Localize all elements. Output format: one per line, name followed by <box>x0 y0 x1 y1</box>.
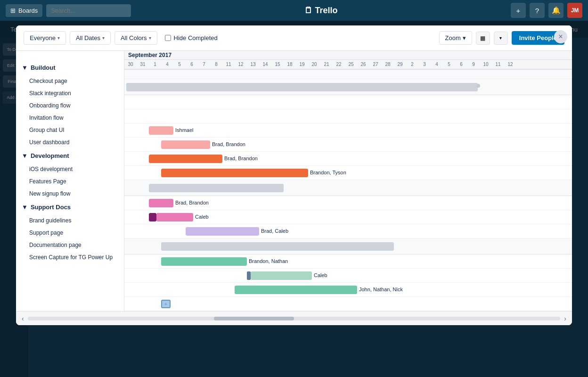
gantt-bar-label-dashboard: Brandon, Tyson <box>310 170 346 175</box>
gantt-row-groupchat: Brad, Brandon <box>124 152 572 166</box>
all-dates-filter[interactable]: All Dates ▾ <box>70 31 111 45</box>
gantt-body: Ishmael Brad, Brandon <box>124 70 572 311</box>
task-ios-development[interactable]: iOS development <box>16 163 124 175</box>
gantt-bar-buildout-group <box>126 83 478 91</box>
gantt-bar-screencap[interactable]: + <box>161 300 171 308</box>
gantt-bar-label-groupchat: Brad, Brandon <box>224 156 258 161</box>
gantt-bar-signup <box>186 227 259 236</box>
chevron-down-icon: ▾ <box>499 35 502 41</box>
grid-view-icon: ▦ <box>480 35 485 41</box>
notifications-button[interactable]: 🔔 <box>548 3 564 18</box>
gantt-row-dev-header <box>124 180 572 196</box>
gantt-header: September 2017 30 31 1 4 <box>124 51 572 70</box>
gantt-row-support: Caleb <box>124 269 572 283</box>
collapse-arrow-icon: ▼ <box>22 64 28 71</box>
boards-button[interactable]: ⊞ Boards <box>6 4 42 17</box>
gantt-bar-onboarding <box>149 126 173 135</box>
gantt-scrollbar: ‹ › <box>16 311 572 325</box>
boards-label: Boards <box>18 7 38 14</box>
gantt-bar-groupchat <box>149 155 222 163</box>
gantt-row-dashboard: Brandon, Tyson <box>124 166 572 180</box>
task-features-page[interactable]: Features Page <box>16 175 124 188</box>
all-colors-filter[interactable]: All Colors ▾ <box>114 31 157 45</box>
task-new-signup-flow[interactable]: New signup flow <box>16 188 124 200</box>
chevron-down-icon: ▾ <box>149 35 151 41</box>
gantt-area: September 2017 30 31 1 4 <box>124 51 572 311</box>
gantt-spacer-row <box>124 70 572 79</box>
gantt-bar-dashboard <box>161 169 308 177</box>
scroll-thumb <box>214 317 294 320</box>
close-button[interactable]: × <box>554 30 567 43</box>
gantt-scroll[interactable]: September 2017 30 31 1 4 <box>124 51 572 311</box>
gantt-row-slack <box>124 109 572 123</box>
gantt-bar-label-brand: Brandon, Nathan <box>249 258 288 264</box>
task-brand-guidelines[interactable]: Brand guidelines <box>16 214 124 227</box>
gantt-bar-brand <box>161 257 247 266</box>
gantt-bar-docs <box>235 286 357 294</box>
hide-completed-filter[interactable]: Hide Completed <box>161 32 221 44</box>
help-button[interactable]: ? <box>530 3 545 18</box>
gantt-row-checkout <box>124 95 572 109</box>
gantt-bar-label-support: Caleb <box>314 272 327 278</box>
gantt-bar-support-dark <box>247 271 251 280</box>
gantt-row-screencap: + <box>124 297 572 311</box>
gantt-bar-features <box>156 213 193 221</box>
gantt-bar-buildout-end <box>476 84 480 88</box>
group-support-docs[interactable]: ▼ Support Docs <box>16 200 124 214</box>
task-onboarding-flow[interactable]: Onboarding flow <box>16 99 124 112</box>
gantt-bar-support <box>251 271 312 280</box>
gantt-bar-ios <box>149 199 173 207</box>
collapse-arrow-icon: ▼ <box>22 152 28 159</box>
gantt-row-brand: Brandon, Nathan <box>124 254 572 269</box>
collapse-arrow-icon: ▼ <box>22 204 28 211</box>
gantt-row-docs: John, Nathan, Nick <box>124 283 572 297</box>
task-invitation-flow[interactable]: Invitation flow <box>16 112 124 124</box>
gantt-row-invitation: Brad, Brandon <box>124 138 572 152</box>
avatar[interactable]: JM <box>567 3 582 18</box>
gantt-bar-support-group <box>161 242 394 251</box>
gantt-row-onboarding: Ishmael <box>124 123 572 138</box>
scroll-right-arrow[interactable]: › <box>564 315 566 322</box>
month-label-sep: September 2017 <box>124 52 175 58</box>
chevron-down-icon: ▾ <box>102 35 105 41</box>
gantt-bar-label-signup: Brad, Caleb <box>261 228 288 234</box>
gantt-row-buildout-header <box>124 79 572 95</box>
gantt-bar-invitation <box>161 140 210 149</box>
gantt-bar-features-dark <box>149 213 156 221</box>
task-checkout-page[interactable]: Checkout page <box>16 75 124 87</box>
gantt-bar-label-onboarding: Ishmael <box>175 127 194 133</box>
zoom-control[interactable]: Zoom ▾ <box>439 31 472 45</box>
gantt-row-ios: Brad, Brandon <box>124 196 572 210</box>
hide-completed-checkbox[interactable] <box>165 35 171 41</box>
plus-icon: + <box>164 302 167 307</box>
task-group-chat-ui[interactable]: Group chat UI <box>16 124 124 136</box>
gantt-modal: × Everyone ▾ All Dates ▾ All Colors ▾ <box>16 25 572 325</box>
toolbar: Everyone ▾ All Dates ▾ All Colors ▾ Hide… <box>16 25 572 51</box>
app-logo: 🗒 Trello <box>135 6 507 16</box>
task-screen-capture[interactable]: Screen Capture for TG Power Up <box>16 251 124 263</box>
view-toggle[interactable]: ▦ <box>476 32 490 45</box>
add-button[interactable]: + <box>511 3 526 18</box>
gantt-bar-label-invitation: Brad, Brandon <box>212 141 245 147</box>
task-support-page[interactable]: Support page <box>16 227 124 239</box>
group-development[interactable]: ▼ Development <box>16 148 124 163</box>
scroll-left-arrow[interactable]: ‹ <box>22 315 24 322</box>
group-buildout[interactable]: ▼ Buildout <box>16 60 124 75</box>
day-headers: 30 31 1 4 5 6 7 8 11 <box>124 60 572 69</box>
gantt-bar-label-ios: Brad, Brandon <box>175 200 209 205</box>
everyone-filter[interactable]: Everyone ▾ <box>24 31 66 45</box>
chevron-down-icon: ▾ <box>57 35 60 41</box>
scroll-track[interactable] <box>28 317 561 320</box>
grid-icon: ⊞ <box>10 7 16 14</box>
task-user-dashboard[interactable]: User dashboard <box>16 136 124 148</box>
gantt-bar-label-docs: John, Nathan, Nick <box>359 287 403 292</box>
gantt-row-support-header <box>124 238 572 254</box>
search-input[interactable] <box>46 4 131 17</box>
nav-right: + ? 🔔 JM <box>511 3 582 18</box>
gantt-row-features: Caleb <box>124 210 572 224</box>
task-documentation-page[interactable]: Documentation page <box>16 239 124 251</box>
view-options[interactable]: ▾ <box>494 32 508 45</box>
task-slack-integration[interactable]: Slack integration <box>16 87 124 99</box>
top-nav: ⊞ Boards 🗒 Trello + ? 🔔 JM <box>0 0 588 21</box>
task-list: ▼ Buildout Checkout page Slack integrati… <box>16 51 124 311</box>
